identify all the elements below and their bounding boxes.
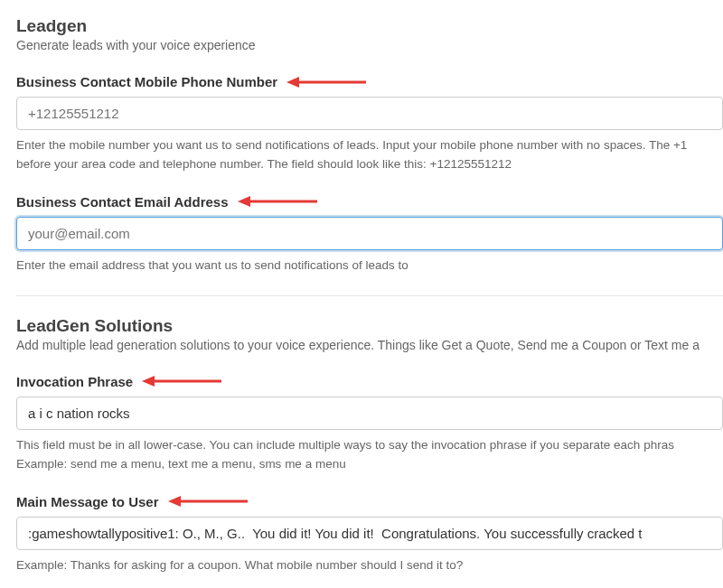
invocation-label-row: Invocation Phrase — [16, 374, 723, 389]
solutions-subtitle: Add multiple lead generation solutions t… — [16, 338, 723, 352]
section-divider — [16, 295, 723, 296]
annotation-arrow-icon — [238, 195, 319, 208]
annotation-arrow-icon — [142, 375, 223, 387]
main-message-label-row: Main Message to User — [16, 494, 723, 509]
phone-label: Business Contact Mobile Phone Number — [16, 74, 277, 89]
email-label: Business Contact Email Address — [16, 194, 229, 210]
leadgen-section: Leadgen Generate leads with your voice e… — [16, 16, 723, 275]
phone-label-row: Business Contact Mobile Phone Number — [16, 74, 723, 89]
phone-field-group: Business Contact Mobile Phone Number Ent… — [16, 74, 723, 174]
annotation-arrow-icon — [286, 76, 368, 89]
main-message-input[interactable] — [16, 517, 723, 550]
phone-help-text: Enter the mobile number you want us to s… — [16, 136, 723, 174]
email-field-group: Business Contact Email Address Enter the… — [16, 194, 723, 275]
invocation-label: Invocation Phrase — [16, 374, 133, 389]
solutions-title: LeadGen Solutions — [16, 316, 723, 336]
email-label-row: Business Contact Email Address — [16, 194, 723, 210]
annotation-arrow-icon — [168, 495, 249, 508]
leadgen-subtitle: Generate leads with your voice experienc… — [16, 38, 723, 52]
invocation-help-text: This field must be in all lower-case. Yo… — [16, 436, 723, 474]
invocation-field-group: Invocation Phrase This field must be in … — [16, 374, 723, 474]
main-message-label: Main Message to User — [16, 494, 159, 509]
main-message-field-group: Main Message to User Example: Thanks for… — [16, 494, 723, 575]
phone-input[interactable] — [16, 97, 723, 130]
leadgen-title: Leadgen — [16, 16, 723, 36]
invocation-input[interactable] — [16, 397, 723, 430]
main-message-help-text: Example: Thanks for asking for a coupon.… — [16, 556, 723, 575]
email-help-text: Enter the email address that you want us… — [16, 257, 723, 275]
solutions-section: LeadGen Solutions Add multiple lead gene… — [16, 316, 723, 575]
email-input[interactable] — [16, 217, 723, 250]
